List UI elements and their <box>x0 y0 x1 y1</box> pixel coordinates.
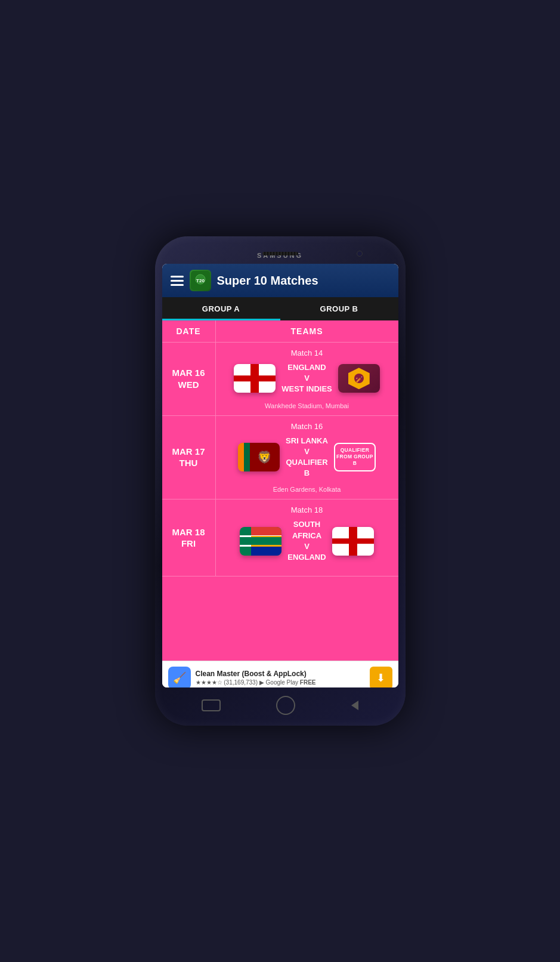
qualifier-box-16: QUALIFIER FROM GROUP B <box>334 443 376 471</box>
ad-rating: ★★★★☆ (31,169,733) ▶ Google Play FREE <box>196 679 365 686</box>
team-names-18: SOUTHAFRICAVENGLAND <box>287 519 326 563</box>
match-label-14: Match 14 <box>291 349 323 357</box>
flag-westindies-14: 🏏 <box>338 364 380 393</box>
match-details-16: Match 16 🦁 SRI LANK <box>216 416 398 500</box>
flag-england-18 <box>332 527 374 556</box>
teams-row-14: ENGLAND V WEST INDIES 🏏 <box>223 362 391 395</box>
tab-group-b[interactable]: GROUP B <box>280 297 398 320</box>
match-label-18: Match 18 <box>291 505 323 514</box>
matches-container: DATE TEAMS MAR 16 WED Match 14 <box>162 320 398 661</box>
venue-14: Wankhede Stadium, Mumbai <box>265 402 349 409</box>
match-details-18: Match 18 <box>216 500 398 576</box>
tabs-container: GROUP A GROUP B <box>162 297 398 320</box>
svg-text:T20: T20 <box>196 278 205 283</box>
table-row: MAR 17 THU Match 16 🦁 <box>162 416 398 500</box>
date-header: DATE <box>162 320 216 342</box>
ad-icon: 🧹 <box>168 667 191 688</box>
table-header: DATE TEAMS <box>162 320 398 343</box>
teams-header: TEAMS <box>216 320 398 342</box>
flag-england-14 <box>234 364 276 393</box>
match-details-14: Match 14 ENGLAND V WEST INDIES <box>216 343 398 415</box>
tab-group-a[interactable]: GROUP A <box>162 297 280 320</box>
phone-screen: T20 Super 10 Matches GROUP A GROUP B DAT… <box>162 264 398 687</box>
ad-banner[interactable]: 🧹 Clean Master (Boost & AppLock) ★★★★☆ (… <box>162 661 398 687</box>
front-camera <box>357 251 363 257</box>
table-row: MAR 18 FRI Match 18 <box>162 500 398 576</box>
teams-row-18: SOUTHAFRICAVENGLAND <box>223 519 391 563</box>
phone-nav-bar <box>162 691 398 720</box>
teams-row-16: 🦁 SRI LANKA V QUALIFIERB QUALIFIER FROM … <box>223 436 391 479</box>
menu-button[interactable] <box>171 276 184 286</box>
ad-title: Clean Master (Boost & AppLock) <box>196 670 365 678</box>
date-cell-match18: MAR 18 FRI <box>162 500 216 576</box>
qualifier-text-16: QUALIFIER FROM GROUP B <box>335 447 375 467</box>
match-label-16: Match 16 <box>291 422 323 431</box>
phone-frame: SAMSUNG T20 Super 10 Matches GROUP A GRO… <box>155 236 406 726</box>
speaker-grill <box>262 252 298 255</box>
svg-text:🏏: 🏏 <box>355 375 363 383</box>
date-value-match18: MAR 18 FRI <box>172 526 205 550</box>
back-button[interactable] <box>351 701 358 710</box>
ad-download-button[interactable]: ⬇ <box>370 667 392 688</box>
home-button[interactable] <box>276 696 295 715</box>
app-logo: T20 <box>190 270 211 291</box>
flag-sa-18 <box>240 527 281 556</box>
date-cell-match16: MAR 17 THU <box>162 416 216 500</box>
recent-apps-button[interactable] <box>202 699 221 711</box>
date-cell-match14: MAR 16 WED <box>162 343 216 415</box>
date-value-match16: MAR 17 THU <box>172 446 205 469</box>
phone-top-bar: SAMSUNG <box>162 247 398 264</box>
team-names-16: SRI LANKA V QUALIFIERB <box>286 436 328 479</box>
flag-srilanka-16: 🦁 <box>238 443 280 471</box>
ad-content: Clean Master (Boost & AppLock) ★★★★☆ (31… <box>196 670 365 686</box>
date-value-match14: MAR 16 WED <box>172 367 205 390</box>
team-names-14: ENGLAND V WEST INDIES <box>281 362 332 395</box>
venue-16: Eden Gardens, Kolkata <box>273 486 341 493</box>
download-icon: ⬇ <box>376 671 385 684</box>
app-header: T20 Super 10 Matches <box>162 264 398 297</box>
app-title: Super 10 Matches <box>217 274 318 288</box>
table-row: MAR 16 WED Match 14 ENGLAND V WEST INDIE… <box>162 343 398 416</box>
